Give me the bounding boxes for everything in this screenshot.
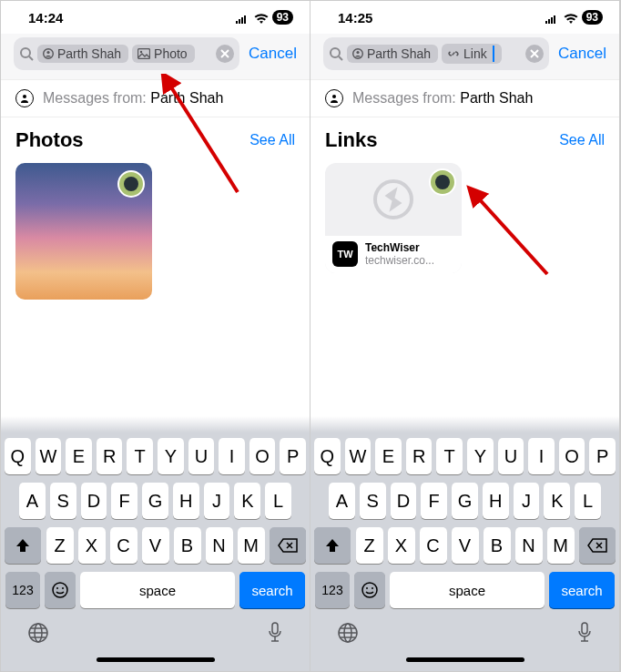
- key-x[interactable]: X: [388, 527, 415, 564]
- key-g[interactable]: G: [452, 483, 478, 519]
- keyboard-row-3: ZXCVBNM: [314, 527, 616, 564]
- key-i[interactable]: I: [219, 438, 245, 474]
- key-h[interactable]: H: [173, 483, 199, 519]
- link-result[interactable]: TW TechWiser techwiser.co...: [325, 163, 462, 273]
- link-icon: [447, 48, 460, 59]
- key-s[interactable]: S: [360, 483, 386, 519]
- person-chip[interactable]: Parth Shah: [37, 45, 128, 63]
- key-j[interactable]: J: [204, 483, 230, 519]
- key-l[interactable]: L: [575, 483, 601, 519]
- key-b[interactable]: B: [484, 527, 511, 564]
- cancel-button[interactable]: Cancel: [249, 45, 297, 63]
- key-d[interactable]: D: [391, 483, 417, 519]
- key-f[interactable]: F: [111, 483, 137, 519]
- search-field[interactable]: Parth Shah Photo: [14, 37, 239, 70]
- svg-rect-8: [138, 49, 150, 59]
- photo-result[interactable]: [15, 163, 152, 300]
- svg-line-32: [476, 196, 547, 274]
- clear-search-button[interactable]: [216, 45, 234, 63]
- see-all-link[interactable]: See All: [249, 132, 295, 148]
- key-h[interactable]: H: [483, 483, 509, 519]
- space-key[interactable]: space: [390, 572, 545, 608]
- key-t[interactable]: T: [127, 438, 153, 474]
- key-e[interactable]: E: [66, 438, 92, 474]
- person-chip[interactable]: Parth Shah: [347, 45, 438, 63]
- compass-icon: [373, 179, 413, 219]
- key-z[interactable]: Z: [356, 527, 383, 564]
- key-m[interactable]: M: [238, 527, 265, 564]
- shift-key[interactable]: [5, 527, 41, 564]
- clear-search-button[interactable]: [525, 45, 544, 63]
- key-o[interactable]: O: [249, 438, 276, 474]
- type-chip[interactable]: Photo: [132, 45, 195, 63]
- emoji-key[interactable]: [354, 572, 385, 608]
- space-key[interactable]: space: [80, 572, 235, 608]
- search-key[interactable]: search: [549, 572, 615, 608]
- key-o[interactable]: O: [559, 438, 585, 474]
- key-k[interactable]: K: [234, 483, 260, 519]
- key-e[interactable]: E: [375, 438, 402, 474]
- key-p[interactable]: P: [280, 438, 306, 474]
- dictation-icon[interactable]: [575, 621, 594, 648]
- key-q[interactable]: Q: [5, 438, 31, 474]
- search-field[interactable]: Parth Shah Link: [323, 37, 549, 70]
- key-m[interactable]: M: [547, 527, 575, 564]
- battery-badge: 93: [582, 10, 603, 25]
- key-y[interactable]: Y: [467, 438, 494, 474]
- key-s[interactable]: S: [50, 483, 76, 519]
- key-v[interactable]: V: [142, 527, 169, 564]
- key-w[interactable]: W: [345, 438, 372, 474]
- type-chip-label: Link: [463, 46, 487, 61]
- link-preview: [325, 163, 462, 236]
- globe-icon[interactable]: [336, 621, 360, 648]
- globe-icon[interactable]: [26, 621, 50, 648]
- key-t[interactable]: T: [436, 438, 463, 474]
- status-time: 14:25: [338, 10, 372, 25]
- key-l[interactable]: L: [265, 483, 291, 519]
- key-k[interactable]: K: [544, 483, 570, 519]
- messages-from-row[interactable]: Messages from: Parth Shah: [310, 80, 619, 117]
- shift-key[interactable]: [314, 527, 351, 564]
- backspace-key[interactable]: [579, 527, 616, 564]
- emoji-key[interactable]: [45, 572, 76, 608]
- key-y[interactable]: Y: [158, 438, 184, 474]
- search-icon: [329, 46, 343, 61]
- dictation-icon[interactable]: [266, 621, 284, 648]
- backspace-key[interactable]: [270, 527, 306, 564]
- messages-from-row[interactable]: Messages from: Parth Shah: [1, 80, 310, 117]
- key-v[interactable]: V: [452, 527, 479, 564]
- see-all-link[interactable]: See All: [559, 132, 605, 148]
- key-a[interactable]: A: [19, 483, 46, 519]
- key-p[interactable]: P: [589, 438, 616, 474]
- key-x[interactable]: X: [78, 527, 106, 564]
- key-u[interactable]: U: [188, 438, 215, 474]
- key-w[interactable]: W: [36, 438, 62, 474]
- key-c[interactable]: C: [420, 527, 447, 564]
- key-i[interactable]: I: [528, 438, 555, 474]
- key-j[interactable]: J: [514, 483, 540, 519]
- key-n[interactable]: N: [515, 527, 543, 564]
- svg-point-13: [56, 587, 58, 589]
- key-u[interactable]: U: [498, 438, 524, 474]
- svg-rect-41: [582, 623, 587, 634]
- sender-avatar: [429, 168, 456, 196]
- key-n[interactable]: N: [206, 527, 233, 564]
- numeric-key[interactable]: 123: [315, 572, 350, 608]
- key-r[interactable]: R: [406, 438, 433, 474]
- key-r[interactable]: R: [97, 438, 123, 474]
- key-z[interactable]: Z: [46, 527, 74, 564]
- key-f[interactable]: F: [421, 483, 447, 519]
- home-indicator[interactable]: [97, 657, 215, 662]
- key-b[interactable]: B: [174, 527, 201, 564]
- svg-rect-25: [551, 17, 553, 24]
- search-key[interactable]: search: [239, 572, 305, 608]
- key-a[interactable]: A: [329, 483, 355, 519]
- key-c[interactable]: C: [110, 527, 137, 564]
- key-d[interactable]: D: [81, 483, 107, 519]
- cancel-button[interactable]: Cancel: [558, 45, 606, 63]
- home-indicator[interactable]: [406, 657, 524, 662]
- type-chip[interactable]: Link: [442, 44, 502, 64]
- key-q[interactable]: Q: [314, 438, 341, 474]
- numeric-key[interactable]: 123: [5, 572, 40, 608]
- key-g[interactable]: G: [142, 483, 168, 519]
